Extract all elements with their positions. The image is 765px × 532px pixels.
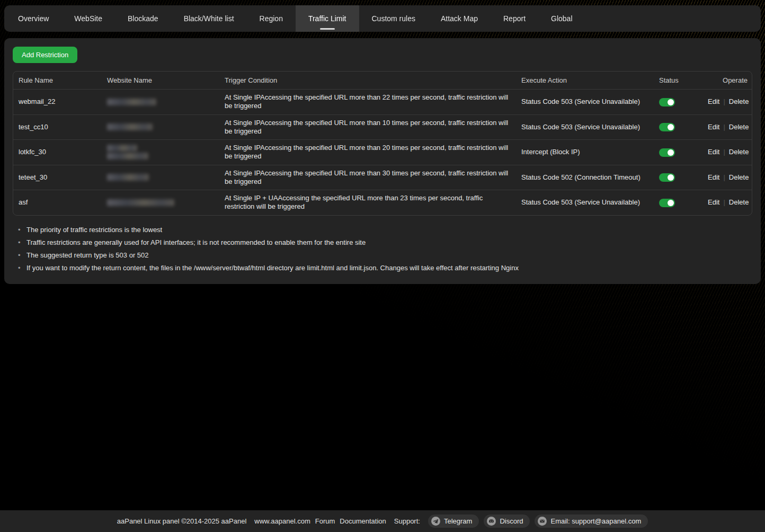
operate-cell: Edit|Delete [702,90,752,115]
column-header-website-name: Website Name [102,72,219,90]
delete-link[interactable]: Delete [729,97,749,105]
tab-report[interactable]: Report [491,5,538,32]
edit-link[interactable]: Edit [708,97,719,105]
tab-black-white-list[interactable]: Black/White list [171,5,247,32]
rule-name-cell: webmail_22 [13,90,102,115]
table-row: webmail_22At Single IPAccessing the spec… [13,90,752,115]
support-button-telegram[interactable]: Telegram [428,515,479,528]
status-toggle[interactable] [659,199,675,207]
website-name-cell [102,190,219,215]
execute-action-cell: Intercept (Block IP) [516,140,654,165]
edit-link[interactable]: Edit [708,148,719,156]
add-restriction-button[interactable]: Add Restriction [13,47,77,63]
note-item-4: If you want to modify the return content… [18,262,752,274]
notes-list: The priority of traffic restrictions is … [18,224,752,274]
execute-action-cell: Status Code 502 (Connection Timeout) [516,165,654,190]
toggle-knob [668,149,674,156]
toggle-knob [668,174,674,181]
footer-support-buttons: TelegramDiscordEmail: support@aapanel.co… [428,515,648,528]
email-icon [538,517,547,526]
delete-link[interactable]: Delete [729,198,749,206]
support-button-email[interactable]: Email: support@aapanel.com [535,515,648,528]
delete-link[interactable]: Delete [729,173,749,181]
footer-link-documentation[interactable]: Documentation [340,517,386,525]
tab-global[interactable]: Global [538,5,585,32]
rule-name-cell: asf [13,190,102,215]
redacted-website-name [107,174,149,181]
execute-action-cell: Status Code 503 (Service Unavailable) [516,114,654,140]
footer-link-www-aapanel-com[interactable]: www.aapanel.com [254,517,310,525]
rule-name-cell: teteet_30 [13,165,102,190]
trigger-condition-cell: At Single IPAccessing the specified URL … [219,114,516,140]
status-toggle[interactable] [659,173,675,182]
table-row: asfAt Single IP + UAAccessing the specif… [13,190,752,215]
operate-divider: | [723,198,725,206]
status-cell [654,90,702,115]
operate-cell: Edit|Delete [702,190,752,215]
tab-attack-map[interactable]: Attack Map [428,5,491,32]
status-toggle[interactable] [659,98,675,107]
footer-support-label: Support: [394,517,420,525]
tab-blockade[interactable]: Blockade [115,5,171,32]
rule-name-cell: test_cc10 [13,114,102,140]
note-item-2: Traffic restrictions are generally used … [18,236,752,249]
rule-name-cell: lotkfc_30 [13,140,102,165]
status-cell [654,165,702,190]
status-toggle[interactable] [659,148,675,157]
trigger-condition-cell: At Single IPAccessing the specified URL … [219,140,516,165]
traffic-limit-panel: Add Restriction Rule NameWebsite NameTri… [4,38,761,284]
operate-cell: Edit|Delete [702,140,752,165]
tab-overview[interactable]: Overview [5,5,61,32]
footer: aaPanel Linux panel ©2014-2025 aaPanel w… [0,510,765,532]
table-header-row: Rule NameWebsite NameTrigger ConditionEx… [13,72,752,90]
note-item-3: The suggested return type is 503 or 502 [18,249,752,262]
redacted-website-name [107,123,153,130]
delete-link[interactable]: Delete [729,148,749,156]
operate-divider: | [723,148,725,156]
operate-divider: | [723,173,725,181]
table-row: test_cc10At Single IPAccessing the speci… [13,114,752,140]
tab-region[interactable]: Region [247,5,296,32]
status-toggle[interactable] [659,123,675,131]
toggle-knob [668,99,674,105]
support-button-label: Email: support@aapanel.com [550,517,641,525]
execute-action-cell: Status Code 503 (Service Unavailable) [516,90,654,115]
toggle-knob [668,124,674,130]
trigger-condition-cell: At Single IPAccessing the specified URL … [219,165,516,190]
redacted-website-name [107,153,148,159]
edit-link[interactable]: Edit [708,198,719,206]
support-button-label: Discord [500,517,523,525]
edit-link[interactable]: Edit [708,123,719,131]
table-row: lotkfc_30At Single IPAccessing the speci… [13,140,752,165]
top-nav: OverviewWebSiteBlockadeBlack/White listR… [4,5,761,32]
telegram-icon [431,517,440,526]
table-body: webmail_22At Single IPAccessing the spec… [13,90,752,215]
status-cell [654,114,702,140]
status-cell [654,190,702,215]
operate-cell: Edit|Delete [702,165,752,190]
operate-divider: | [723,123,725,131]
table-row: teteet_30At Single IPAccessing the speci… [13,165,752,190]
tab-traffic-limit[interactable]: Traffic Limit [296,5,359,32]
edit-link[interactable]: Edit [708,173,719,181]
support-button-label: Telegram [444,517,472,525]
footer-link-forum[interactable]: Forum [315,517,335,525]
column-header-rule-name: Rule Name [13,72,102,90]
delete-link[interactable]: Delete [729,123,749,131]
redacted-website-name [107,99,156,105]
tab-website[interactable]: WebSite [61,5,115,32]
column-header-execute-action: Execute Action [516,72,654,90]
footer-links: www.aapanel.comForumDocumentation [254,517,386,525]
trigger-condition-cell: At Single IPAccessing the specified URL … [219,90,516,115]
note-item-1: The priority of traffic restrictions is … [18,224,752,236]
execute-action-cell: Status Code 503 (Service Unavailable) [516,190,654,215]
tab-custom-rules[interactable]: Custom rules [359,5,428,32]
operate-cell: Edit|Delete [702,114,752,140]
footer-copyright: aaPanel Linux panel ©2014-2025 aaPanel [117,517,247,525]
column-header-trigger-condition: Trigger Condition [219,72,516,90]
column-header-status: Status [654,72,702,90]
website-name-cell [102,114,219,140]
discord-icon [487,517,496,526]
trigger-condition-cell: At Single IP + UAAccessing the specified… [219,190,516,215]
support-button-discord[interactable]: Discord [484,515,530,528]
